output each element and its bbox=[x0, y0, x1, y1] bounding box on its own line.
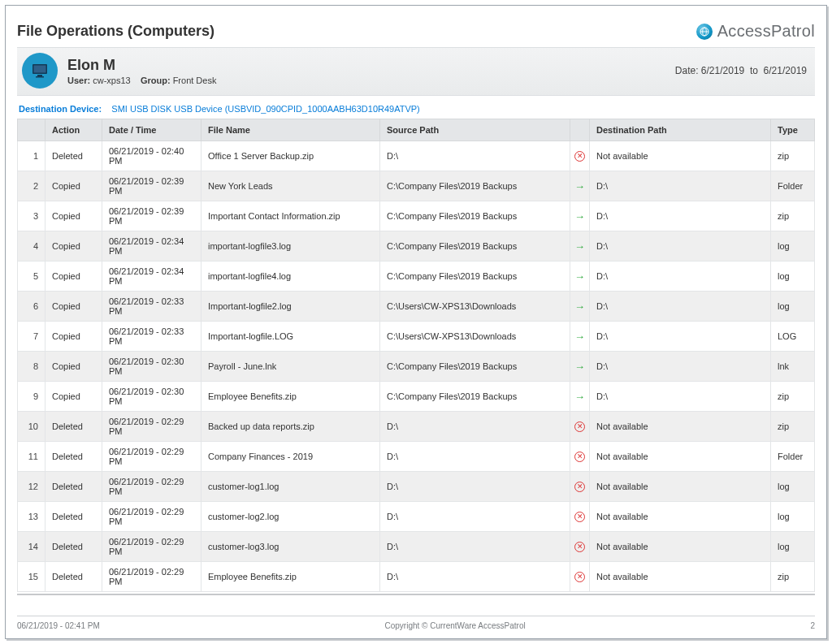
cell-status: ✕ bbox=[570, 141, 590, 171]
cell-status: → bbox=[570, 171, 590, 201]
cell-dest: D:\ bbox=[590, 382, 771, 412]
cell-idx: 11 bbox=[18, 442, 46, 472]
cell-idx: 6 bbox=[18, 292, 46, 322]
cell-dest: D:\ bbox=[590, 201, 771, 231]
cell-idx: 5 bbox=[18, 261, 46, 292]
cell-source: D:\ bbox=[380, 442, 570, 472]
brand-text: AccessPatrol bbox=[717, 22, 815, 41]
cell-idx: 2 bbox=[18, 171, 46, 201]
arrow-right-icon: → bbox=[574, 240, 585, 253]
report-footer: 06/21/2019 - 02:41 PM Copyright © Curren… bbox=[17, 616, 815, 630]
cell-type: log bbox=[771, 292, 815, 322]
cell-action: Copied bbox=[46, 382, 102, 412]
col-idx bbox=[18, 119, 46, 141]
cell-action: Copied bbox=[46, 231, 102, 261]
cell-dest: Not available bbox=[590, 562, 771, 592]
date-from: 6/21/2019 bbox=[701, 65, 744, 76]
cell-source: D:\ bbox=[380, 562, 570, 592]
cell-dest: D:\ bbox=[590, 292, 771, 322]
cell-status: ✕ bbox=[570, 412, 590, 442]
cell-datetime: 06/21/2019 - 02:29 PM bbox=[102, 442, 202, 472]
group-label: Group: bbox=[141, 76, 171, 85]
cell-status: → bbox=[570, 231, 590, 261]
arrow-right-icon: → bbox=[574, 361, 585, 373]
cell-filename: customer-log3.log bbox=[202, 532, 380, 562]
cell-type: log bbox=[771, 502, 815, 532]
table-row: 11Deleted06/21/2019 - 02:29 PMCompany Fi… bbox=[18, 442, 815, 472]
table-row: 13Deleted06/21/2019 - 02:29 PMcustomer-l… bbox=[18, 502, 815, 532]
table-row: 2Copied06/21/2019 - 02:39 PMNew York Lea… bbox=[18, 171, 815, 201]
table-row: 3Copied06/21/2019 - 02:39 PMImportant Co… bbox=[18, 201, 815, 231]
user-label: User: bbox=[67, 76, 90, 85]
cell-source: D:\ bbox=[380, 412, 570, 442]
col-dest: Destination Path bbox=[590, 119, 771, 141]
cell-source: C:\Company Files\2019 Backups bbox=[380, 201, 570, 231]
cell-status: ✕ bbox=[570, 502, 590, 532]
cell-idx: 14 bbox=[18, 532, 46, 562]
cell-source: D:\ bbox=[380, 141, 570, 171]
cell-source: C:\Company Files\2019 Backups bbox=[380, 261, 570, 292]
deny-icon: ✕ bbox=[574, 151, 585, 162]
cell-action: Deleted bbox=[46, 532, 102, 562]
cell-status: → bbox=[570, 261, 590, 292]
cell-source: C:\Company Files\2019 Backups bbox=[380, 382, 570, 412]
cell-filename: Employee Benefits.zip bbox=[202, 382, 380, 412]
cell-filename: Office 1 Server Backup.zip bbox=[202, 141, 380, 171]
deny-icon: ✕ bbox=[574, 482, 585, 492]
cell-dest: Not available bbox=[590, 472, 771, 502]
cell-idx: 9 bbox=[18, 382, 46, 412]
cell-action: Copied bbox=[46, 261, 102, 292]
cell-type: lnk bbox=[771, 352, 815, 382]
cell-source: D:\ bbox=[380, 532, 570, 562]
cell-status: ✕ bbox=[570, 532, 590, 562]
cell-action: Copied bbox=[46, 292, 102, 322]
cell-filename: Important Contact Information.zip bbox=[202, 201, 380, 231]
cell-source: C:\Company Files\2019 Backups bbox=[380, 231, 570, 261]
col-action: Action bbox=[46, 119, 102, 141]
cell-filename: Company Finances - 2019 bbox=[202, 442, 380, 472]
cell-status: → bbox=[570, 322, 590, 352]
arrow-right-icon: → bbox=[574, 331, 585, 343]
page-title: File Operations (Computers) bbox=[17, 23, 214, 40]
table-row: 5Copied06/21/2019 - 02:34 PMimportant-lo… bbox=[18, 261, 815, 292]
file-operations-table: Action Date / Time File Name Source Path… bbox=[17, 119, 815, 592]
svg-rect-4 bbox=[34, 66, 46, 73]
cell-source: C:\Users\CW-XPS13\Downloads bbox=[380, 292, 570, 322]
cell-type: log bbox=[771, 532, 815, 562]
arrow-right-icon: → bbox=[574, 300, 585, 313]
cell-type: zip bbox=[771, 412, 815, 442]
cell-filename: customer-log1.log bbox=[202, 472, 380, 502]
cell-dest: Not available bbox=[590, 442, 771, 472]
cell-dest: Not available bbox=[590, 532, 771, 562]
cell-datetime: 06/21/2019 - 02:29 PM bbox=[102, 562, 202, 592]
cell-idx: 8 bbox=[18, 352, 46, 382]
cell-type: Folder bbox=[771, 442, 815, 472]
table-row: 4Copied06/21/2019 - 02:34 PMimportant-lo… bbox=[18, 231, 815, 261]
date-to: 6/21/2019 bbox=[764, 65, 807, 76]
report-page: File Operations (Computers) AccessPatrol… bbox=[5, 5, 827, 639]
cell-type: zip bbox=[771, 141, 815, 171]
cell-action: Deleted bbox=[46, 502, 102, 532]
date-range: Date: 6/21/2019 to 6/21/2019 bbox=[675, 65, 807, 76]
monitor-icon bbox=[22, 53, 58, 89]
globe-icon bbox=[696, 24, 713, 40]
col-datetime: Date / Time bbox=[102, 119, 202, 141]
cell-action: Deleted bbox=[46, 141, 102, 171]
arrow-right-icon: → bbox=[574, 180, 585, 192]
svg-rect-6 bbox=[36, 76, 44, 78]
cell-idx: 1 bbox=[18, 141, 46, 171]
date-prefix: Date: bbox=[675, 65, 699, 76]
cell-action: Deleted bbox=[46, 412, 102, 442]
cell-filename: important-logfile4.log bbox=[202, 261, 380, 292]
date-sep: to bbox=[750, 65, 758, 76]
cell-filename: Employee Benefits.zip bbox=[202, 562, 380, 592]
group-value: Front Desk bbox=[173, 76, 217, 85]
cell-action: Copied bbox=[46, 322, 102, 352]
cell-datetime: 06/21/2019 - 02:33 PM bbox=[102, 292, 202, 322]
table-body: 1Deleted06/21/2019 - 02:40 PMOffice 1 Se… bbox=[18, 141, 815, 592]
table-row: 12Deleted06/21/2019 - 02:29 PMcustomer-l… bbox=[18, 472, 815, 502]
cell-datetime: 06/21/2019 - 02:33 PM bbox=[102, 322, 202, 352]
table-row: 7Copied06/21/2019 - 02:33 PMImportant-lo… bbox=[18, 322, 815, 352]
cell-idx: 3 bbox=[18, 201, 46, 231]
cell-type: log bbox=[771, 472, 815, 502]
